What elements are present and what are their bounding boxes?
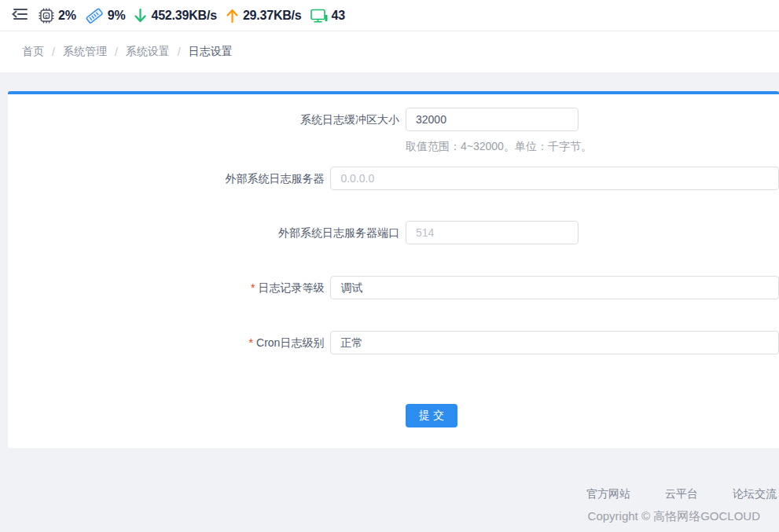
copyright-text: Copyright © 高恪网络GOCLOUD — [0, 509, 779, 524]
monitor-icon — [310, 7, 329, 24]
breadcrumb-separator: / — [52, 46, 55, 58]
log-level-label: *日志记录等级 — [8, 276, 330, 299]
buffer-size-help: 取值范围：4~32000。单位：千字节。 — [406, 138, 592, 154]
log-level-select[interactable]: 调试 — [330, 276, 779, 299]
upload-arrow-icon — [225, 7, 240, 24]
cron-log-level-select[interactable]: 正常 — [330, 331, 779, 354]
download-arrow-icon — [133, 7, 148, 24]
ram-value: 9% — [108, 9, 126, 23]
buffer-size-label: 系统日志缓冲区大小 — [8, 108, 406, 131]
cron-log-level-selected-value: 正常 — [340, 336, 362, 349]
required-mark: * — [249, 336, 253, 349]
breadcrumb-item-home[interactable]: 首页 — [22, 45, 44, 59]
breadcrumb-item-system-settings[interactable]: 系统设置 — [126, 45, 170, 59]
cron-log-level-label: *Cron日志级别 — [8, 331, 330, 354]
download-value: 452.39KB/s — [151, 9, 216, 23]
footer-link-cloud-platform[interactable]: 云平台 — [665, 487, 698, 501]
svg-text:c: c — [45, 13, 48, 18]
cpu-stat: c 2% — [38, 7, 76, 24]
breadcrumb-separator: / — [178, 46, 181, 58]
syslog-port-input[interactable] — [406, 221, 579, 244]
breadcrumb-separator: / — [115, 46, 118, 58]
form-row-buffer-size: 系统日志缓冲区大小 取值范围：4~32000。单位：千字节。 — [8, 108, 779, 154]
form-row-cron-log-level: *Cron日志级别 正常 — [8, 331, 779, 354]
submit-row: 提 交 — [406, 404, 779, 427]
footer-link-official-site[interactable]: 官方网站 — [586, 487, 630, 501]
ram-icon — [84, 6, 105, 25]
log-level-label-text: 日志记录等级 — [258, 281, 324, 294]
syslog-port-label: 外部系统日志服务器端口 — [8, 221, 406, 244]
system-stats: c 2% — [38, 6, 345, 25]
breadcrumb-item-system-management[interactable]: 系统管理 — [63, 45, 107, 59]
syslog-server-label: 外部系统日志服务器 — [8, 167, 330, 190]
main-content: 系统日志缓冲区大小 取值范围：4~32000。单位：千字节。 外部系统日志服务器… — [0, 91, 779, 532]
log-level-selected-value: 调试 — [340, 281, 362, 294]
form-row-log-level: *日志记录等级 调试 — [8, 276, 779, 299]
top-status-bar: c 2% — [0, 0, 779, 31]
footer-link-forum[interactable]: 论坛交流 — [733, 487, 777, 501]
upload-value: 29.37KB/s — [243, 9, 302, 23]
form-row-syslog-server: 外部系统日志服务器 — [8, 167, 779, 190]
buffer-size-input[interactable] — [406, 108, 579, 131]
submit-button[interactable]: 提 交 — [406, 404, 457, 427]
log-settings-panel: 系统日志缓冲区大小 取值范围：4~32000。单位：千字节。 外部系统日志服务器… — [8, 91, 779, 448]
footer-links: 官方网站 云平台 论坛交流 — [0, 487, 779, 501]
syslog-server-input[interactable] — [330, 167, 779, 190]
connections-stat: 43 — [310, 7, 345, 24]
breadcrumb-bar: 首页 / 系统管理 / 系统设置 / 日志设置 — [0, 31, 779, 72]
upload-stat: 29.37KB/s — [225, 7, 302, 24]
cpu-value: 2% — [58, 9, 76, 23]
menu-fold-icon — [11, 7, 28, 24]
sidebar-collapse-button[interactable] — [8, 4, 31, 28]
connections-value: 43 — [332, 9, 345, 23]
form-row-syslog-port: 外部系统日志服务器端口 — [8, 221, 779, 244]
breadcrumb-item-log-settings: 日志设置 — [189, 45, 233, 59]
cron-log-level-label-text: Cron日志级别 — [256, 336, 324, 349]
download-stat: 452.39KB/s — [133, 7, 216, 24]
cpu-icon: c — [38, 7, 55, 24]
ram-stat: 9% — [84, 6, 126, 25]
breadcrumb: 首页 / 系统管理 / 系统设置 / 日志设置 — [22, 45, 233, 59]
required-mark: * — [251, 281, 255, 294]
